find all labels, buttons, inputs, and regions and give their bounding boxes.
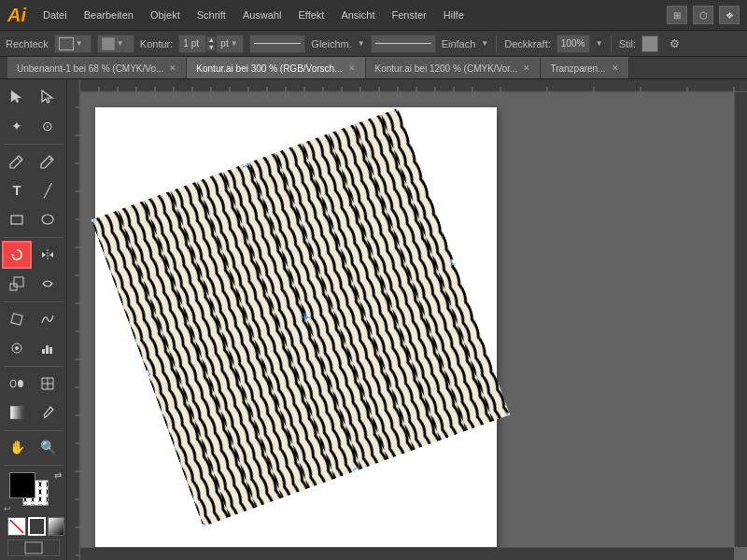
hand-tool[interactable]: ✋	[2, 433, 32, 461]
tab-2[interactable]: Kontur.ai bei 1200 % (CMYK/Vor... ✕	[366, 57, 542, 78]
screen-mode-btn[interactable]	[7, 539, 60, 556]
tool-row-12: ✋ 🔍	[2, 433, 64, 461]
bridge-icon[interactable]: ⬡	[693, 6, 713, 24]
svg-rect-1	[11, 216, 22, 224]
svg-line-19	[10, 520, 23, 533]
title-icons: ⊞ ⬡ ❖	[667, 6, 740, 24]
free-transform-tool[interactable]	[2, 305, 32, 333]
mesh-tool[interactable]	[33, 370, 63, 398]
tab-1[interactable]: Kontur.ai bei 300 % (RGB/Vorsch... ✕	[187, 57, 365, 78]
scale-tool[interactable]	[2, 270, 32, 298]
text-tool[interactable]: T	[2, 176, 32, 204]
tab-3[interactable]: Tranzparen... ✕	[541, 57, 628, 78]
tab-close-0[interactable]: ✕	[169, 63, 176, 73]
svg-point-13	[10, 380, 16, 387]
svg-text:+: +	[49, 155, 53, 163]
fg-swatch[interactable]	[9, 472, 35, 498]
svg-rect-11	[46, 345, 49, 354]
swap-colors-btn[interactable]: ⇄	[54, 470, 62, 481]
svg-rect-21	[25, 542, 42, 553]
menu-datei[interactable]: Datei	[39, 7, 71, 22]
stroke-end-preview[interactable]	[371, 35, 436, 53]
magic-wand-tool[interactable]: ✦	[2, 112, 32, 140]
rotate-tool[interactable]	[2, 241, 32, 269]
rectangle-tool[interactable]	[2, 205, 32, 233]
workspace-icon[interactable]: ⊞	[667, 6, 687, 24]
menu-schrift[interactable]: Schrift	[193, 7, 230, 22]
menu-effekt[interactable]: Effekt	[294, 7, 328, 22]
tab-0[interactable]: Unbenannt-1 bei 68 % (CMYK/Vo... ✕	[7, 57, 187, 78]
selection-tool[interactable]	[2, 83, 32, 111]
fill-color-dropdown[interactable]: ▼	[97, 35, 134, 53]
stil-label: Stil:	[619, 38, 636, 49]
menu-fenster[interactable]: Fenster	[388, 7, 430, 22]
horizontal-ruler	[80, 79, 747, 92]
einfach-label: Einfach	[442, 38, 476, 49]
svg-rect-10	[42, 349, 45, 354]
tool-sep-3	[4, 301, 63, 302]
gradient-tool[interactable]	[2, 399, 32, 427]
tool-row-1	[2, 83, 64, 111]
reshape-tool[interactable]	[33, 305, 63, 333]
tool-row-5	[2, 205, 64, 233]
menu-objekt[interactable]: Objekt	[147, 7, 184, 22]
svg-point-2	[42, 215, 53, 224]
svg-rect-15	[10, 406, 23, 419]
blend-tool[interactable]	[2, 370, 32, 398]
optionsbar: Rechteck ▼ ▼ Kontur: 1 pt ▲ ▼ pt▼ Gleich…	[0, 31, 747, 57]
color-mode-row	[7, 517, 64, 536]
canvas-paper	[95, 107, 497, 560]
shape-dropdown[interactable]: ▼	[54, 35, 92, 53]
tabbar: Unbenannt-1 bei 68 % (CMYK/Vo... ✕ Kontu…	[0, 57, 747, 79]
stroke-color-btn[interactable]	[28, 517, 46, 536]
zoom-tool[interactable]: 🔍	[33, 433, 63, 461]
eyedropper-tool[interactable]	[33, 399, 63, 427]
symbol-tool[interactable]	[2, 334, 32, 362]
menu-hilfe[interactable]: Hilfe	[440, 7, 468, 22]
main-layout: ✦ ⊙ + T ╱	[0, 79, 747, 560]
app-logo: Ai	[7, 5, 26, 26]
vertical-ruler	[67, 79, 80, 560]
kontur-value[interactable]: 1 pt	[178, 35, 206, 53]
tool-row-2: ✦ ⊙	[2, 112, 64, 140]
stroke-style-preview[interactable]	[249, 35, 305, 53]
vertical-scrollbar[interactable]	[734, 92, 747, 547]
center-marker	[301, 313, 310, 322]
arrange-icon[interactable]: ❖	[719, 6, 740, 24]
svg-point-14	[18, 380, 23, 387]
warp-tool[interactable]	[33, 270, 63, 298]
stil-swatch[interactable]	[641, 35, 658, 52]
menu-auswahl[interactable]: Auswahl	[239, 7, 286, 22]
pen-tool[interactable]	[2, 147, 32, 175]
tab-close-1[interactable]: ✕	[348, 63, 356, 73]
svg-point-9	[15, 346, 19, 350]
gradient-fill-btn[interactable]	[48, 517, 64, 536]
deckk-value[interactable]: 100%	[557, 35, 590, 53]
deckk-label: Deckkraft:	[504, 38, 551, 49]
kontur-down[interactable]: ▼	[206, 44, 216, 51]
reset-colors-btn[interactable]: ↩	[4, 504, 11, 513]
direct-selection-tool[interactable]	[33, 83, 63, 111]
tool-sep-1	[4, 144, 63, 145]
kontur-up[interactable]: ▲	[206, 36, 216, 44]
svg-rect-6	[14, 277, 23, 287]
tool-name-label: Rechteck	[6, 38, 49, 49]
menu-ansicht[interactable]: Ansicht	[337, 7, 378, 22]
ellipse-tool[interactable]	[33, 205, 63, 233]
reflect-tool[interactable]	[33, 241, 63, 269]
column-graph-tool[interactable]	[33, 334, 63, 362]
svg-rect-20	[49, 518, 64, 535]
tool-row-9	[2, 334, 64, 362]
add-anchor-tool[interactable]: +	[33, 147, 63, 175]
horizontal-scrollbar[interactable]	[80, 547, 734, 560]
settings-icon[interactable]: ⚙	[664, 35, 684, 53]
kontur-unit-dropdown[interactable]: pt▼	[216, 35, 244, 53]
tab-close-3[interactable]: ✕	[612, 63, 619, 73]
menu-bearbeiten[interactable]: Bearbeiten	[80, 7, 137, 22]
fill-none-btn[interactable]	[7, 517, 26, 536]
line-tool[interactable]: ╱	[33, 176, 63, 204]
kontur-label: Kontur:	[140, 38, 173, 49]
svg-marker-3	[11, 254, 15, 257]
tab-close-2[interactable]: ✕	[523, 63, 530, 73]
lasso-tool[interactable]: ⊙	[33, 112, 63, 140]
